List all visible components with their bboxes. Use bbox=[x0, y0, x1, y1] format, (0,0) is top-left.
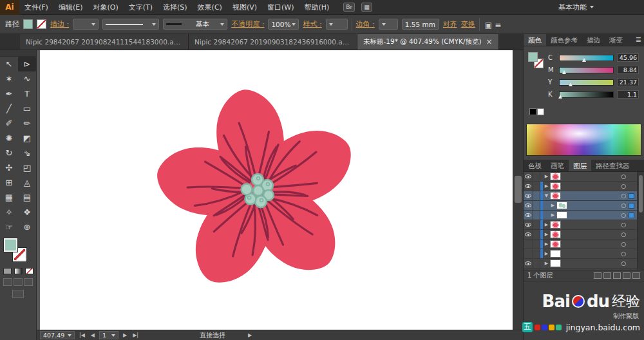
perspective-grid-tool[interactable]: ◬ bbox=[18, 175, 36, 190]
new-sublayer-icon[interactable] bbox=[613, 272, 621, 279]
style-select[interactable] bbox=[326, 19, 348, 30]
draw-inside-button[interactable] bbox=[24, 278, 33, 286]
tab-pathfinder[interactable]: 路径查找器 bbox=[591, 160, 634, 171]
corner-type-select[interactable] bbox=[379, 19, 398, 30]
tab-swatches[interactable]: 色板 bbox=[524, 160, 546, 171]
first-artboard-button[interactable]: |◀ bbox=[78, 332, 86, 338]
flower-artwork[interactable] bbox=[135, 68, 380, 313]
visibility-toggle[interactable] bbox=[524, 172, 533, 181]
width-tool[interactable]: ✣ bbox=[0, 160, 18, 175]
eyedropper-tool[interactable]: ✧ bbox=[0, 205, 18, 220]
layer-row[interactable]: ▶○ bbox=[524, 249, 637, 259]
color-slider-track[interactable] bbox=[559, 91, 614, 98]
vertical-scrollbar[interactable] bbox=[513, 50, 523, 330]
line-tool[interactable]: ╱ bbox=[0, 101, 18, 116]
workspace-switcher[interactable]: 基本功能 bbox=[558, 3, 594, 12]
menubar-item[interactable]: 编辑(E) bbox=[53, 0, 88, 15]
color-mode-button[interactable] bbox=[3, 268, 12, 274]
target-circle[interactable]: ○ bbox=[621, 173, 626, 180]
fill-color-swatch[interactable] bbox=[23, 19, 33, 29]
layer-thumbnail[interactable] bbox=[550, 173, 561, 180]
lock-toggle[interactable] bbox=[533, 240, 540, 249]
lock-toggle[interactable] bbox=[533, 201, 540, 210]
disclosure-triangle[interactable]: ▼ bbox=[543, 193, 550, 198]
panel-menu-icon[interactable]: ≣ bbox=[636, 35, 641, 44]
target-circle[interactable]: ○ bbox=[621, 231, 626, 238]
blob-brush-tool[interactable]: ✺ bbox=[0, 131, 18, 146]
tab-color-guide[interactable]: 颜色参考 bbox=[546, 34, 582, 46]
corner-link[interactable]: 边角 : bbox=[356, 19, 375, 29]
lock-toggle[interactable] bbox=[533, 182, 540, 191]
tab-gradient[interactable]: 渐变 bbox=[605, 34, 627, 46]
slider-handle[interactable] bbox=[582, 58, 586, 62]
magic-wand-tool[interactable]: ✶ bbox=[0, 71, 18, 86]
fill-chip[interactable] bbox=[528, 52, 538, 62]
layer-row[interactable]: ▶○ bbox=[524, 240, 637, 249]
layer-row[interactable]: ▶○ bbox=[524, 211, 637, 220]
slider-handle[interactable] bbox=[569, 82, 573, 86]
lock-toggle[interactable] bbox=[533, 249, 540, 258]
screen-mode-button[interactable] bbox=[12, 290, 24, 298]
locate-object-icon[interactable] bbox=[594, 272, 601, 279]
lock-toggle[interactable] bbox=[533, 220, 540, 229]
bridge-icon[interactable]: Br bbox=[343, 3, 355, 12]
layers-scrollbar-thumb[interactable] bbox=[639, 175, 643, 212]
zoom-level-select[interactable]: 407.49 bbox=[40, 331, 75, 339]
visibility-toggle[interactable] bbox=[524, 191, 533, 200]
lasso-tool[interactable]: ∿ bbox=[18, 71, 36, 86]
color-slider-track[interactable] bbox=[559, 67, 614, 73]
menubar-item[interactable]: 效果(C) bbox=[193, 0, 227, 15]
menubar-item[interactable]: 帮助(H) bbox=[299, 0, 334, 15]
visibility-toggle[interactable] bbox=[524, 211, 533, 220]
rotate-tool[interactable]: ↻ bbox=[0, 146, 18, 160]
tab-brushes[interactable]: 画笔 bbox=[546, 160, 569, 171]
disclosure-triangle[interactable]: ▶ bbox=[543, 232, 550, 237]
tab-color[interactable]: 颜色 bbox=[524, 34, 546, 46]
tab-stroke[interactable]: 描边 bbox=[582, 34, 605, 46]
pencil-tool[interactable]: ✏ bbox=[18, 116, 36, 131]
artboard-navigation-select[interactable]: 1 bbox=[99, 331, 118, 339]
visibility-toggle[interactable] bbox=[524, 201, 533, 210]
channel-value-input[interactable]: 8.84 bbox=[617, 66, 639, 74]
document-tab[interactable]: Nipic 29842067 20190903182436916000.ai @… bbox=[189, 34, 357, 50]
target-circle[interactable]: ○ bbox=[621, 193, 626, 199]
disclosure-triangle[interactable]: ▶ bbox=[543, 261, 550, 266]
tools-panel-header[interactable] bbox=[0, 50, 36, 57]
disclosure-triangle[interactable]: ▶ bbox=[543, 222, 550, 227]
opacity-link[interactable]: 不透明度 : bbox=[231, 19, 264, 29]
select-similar-icon[interactable]: ▣ bbox=[484, 21, 493, 30]
menubar-item[interactable]: 对象(O) bbox=[88, 0, 123, 15]
layer-thumbnail[interactable] bbox=[550, 240, 561, 248]
disclosure-triangle[interactable]: ▶ bbox=[543, 184, 550, 189]
disclosure-triangle[interactable]: ▶ bbox=[543, 251, 550, 256]
layer-thumbnail[interactable] bbox=[550, 182, 561, 190]
layers-scrollbar[interactable] bbox=[637, 172, 644, 270]
white-swatch[interactable] bbox=[537, 108, 544, 115]
style-link[interactable]: 样式 : bbox=[303, 19, 321, 29]
corner-radius-input[interactable]: 1.55 mm bbox=[402, 19, 439, 30]
control-menu-icon[interactable]: ≡ bbox=[493, 21, 502, 30]
none-mode-button[interactable] bbox=[25, 268, 33, 274]
channel-value-input[interactable]: 1.1 bbox=[617, 90, 639, 99]
visibility-toggle[interactable] bbox=[524, 220, 533, 229]
lock-toggle[interactable] bbox=[533, 259, 540, 268]
disclosure-triangle[interactable]: ▶ bbox=[543, 241, 550, 247]
delete-layer-icon[interactable] bbox=[632, 272, 640, 279]
width-profile-select[interactable] bbox=[102, 19, 159, 30]
layer-thumbnail[interactable] bbox=[556, 202, 567, 209]
stroke-weight-select[interactable] bbox=[73, 19, 99, 30]
new-layer-icon[interactable] bbox=[623, 272, 630, 279]
visibility-toggle[interactable] bbox=[524, 230, 533, 239]
layer-thumbnail[interactable] bbox=[550, 250, 561, 258]
target-circle[interactable]: ○ bbox=[621, 183, 626, 189]
menubar-item[interactable]: 窗口(W) bbox=[262, 0, 299, 15]
selection-tool[interactable]: ↖ bbox=[0, 57, 18, 71]
canvas-area[interactable] bbox=[37, 50, 523, 330]
layer-row[interactable]: ▶○ bbox=[524, 259, 637, 269]
channel-value-input[interactable]: 45.96 bbox=[617, 53, 639, 62]
lock-toggle[interactable] bbox=[533, 211, 540, 220]
transform-link[interactable]: 变换 bbox=[461, 19, 475, 29]
menubar-item[interactable]: 文字(T) bbox=[124, 0, 158, 15]
lock-toggle[interactable] bbox=[533, 230, 540, 239]
layer-thumbnail[interactable] bbox=[550, 221, 561, 229]
